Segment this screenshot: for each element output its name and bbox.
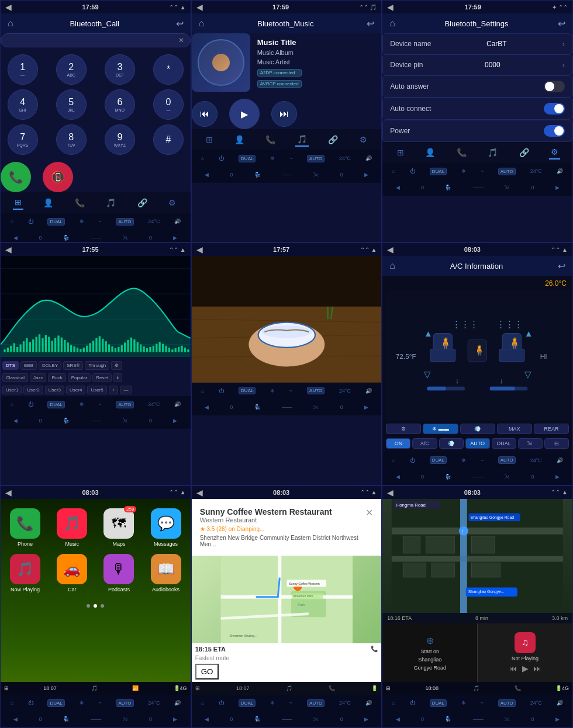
c-ar-p4[interactable]: ▶: [173, 418, 177, 424]
ac-fan-btn[interactable]: 💨: [460, 424, 495, 434]
c-ac-p4[interactable]: ~: [98, 401, 101, 407]
c-power-p6[interactable]: ⏻: [410, 457, 415, 463]
carplay-maps[interactable]: 🗺 259 Maps: [99, 508, 139, 547]
tab-grid-p1[interactable]: ⊞: [13, 196, 23, 210]
tab-call-p2[interactable]: 📞: [264, 133, 277, 146]
c-seat-p7[interactable]: 💺: [63, 716, 70, 722]
c-seat-p4[interactable]: 💺: [63, 418, 70, 424]
ac-recirc-btn[interactable]: 💨: [439, 438, 464, 449]
carplay-music-icon[interactable]: 🎵: [91, 685, 98, 691]
nav-phone-icon-p8[interactable]: 📞: [329, 685, 335, 691]
climate-home-p3[interactable]: ⌂: [392, 168, 395, 174]
climate-al-p3[interactable]: ◀: [396, 185, 400, 190]
c-home-p9[interactable]: ⌂: [392, 700, 395, 706]
key-hash[interactable]: #: [153, 124, 184, 155]
c-al-p8[interactable]: ◀: [205, 716, 209, 722]
eq-reset[interactable]: Reset: [92, 373, 112, 382]
back-arrow-p3[interactable]: ◀: [387, 2, 393, 12]
carplay-messages[interactable]: 💬 Messages: [146, 508, 185, 547]
ac-defrost-btn[interactable]: 🌬: [518, 438, 543, 449]
back-arrow-p7[interactable]: ◀: [5, 488, 12, 497]
c-vol-p8[interactable]: 🔊: [365, 700, 372, 706]
climate-arrow-right-p1[interactable]: ▶: [173, 235, 177, 241]
tab-settings-p1[interactable]: ⚙: [167, 196, 178, 209]
c-fan-p6[interactable]: ❄: [461, 457, 466, 463]
eq-info[interactable]: ℹ: [113, 373, 122, 382]
search-input[interactable]: [7, 37, 166, 44]
c-ac-p8[interactable]: ~: [289, 700, 292, 706]
climate-power-p2[interactable]: ⏻: [219, 155, 224, 161]
setting-device-pin[interactable]: Device pin 0000 ›: [382, 54, 572, 75]
climate-fan-p3[interactable]: ❄: [461, 168, 466, 174]
nav-prev-button[interactable]: ⏮: [509, 664, 517, 673]
next-button[interactable]: ⏭: [271, 101, 297, 127]
climate-fan-p2[interactable]: ❄: [270, 155, 275, 161]
nav-call-icon[interactable]: 📞: [371, 646, 378, 653]
key-2[interactable]: 2ABC: [56, 54, 87, 85]
nav-music-icon-p8[interactable]: 🎵: [286, 685, 292, 691]
home-icon-p2[interactable]: ⌂: [199, 18, 205, 29]
close-info-button[interactable]: ✕: [365, 507, 373, 518]
key-5[interactable]: 5JKL: [56, 89, 87, 120]
eq-dts[interactable]: DTS: [2, 361, 19, 370]
c-home-p7[interactable]: ⌂: [10, 700, 13, 706]
c-vol-p5[interactable]: 🔊: [365, 388, 372, 394]
c-power-p9[interactable]: ⏻: [410, 700, 415, 706]
ac-settings-btn[interactable]: ⚙: [386, 424, 421, 434]
key-7[interactable]: 7PQRS: [8, 124, 38, 155]
c-al-p7[interactable]: ◀: [13, 716, 18, 722]
c-ar-p7[interactable]: ▶: [173, 716, 177, 722]
nav-grid-icon-p9[interactable]: ⊞: [386, 685, 391, 691]
nav-music-icon-p9[interactable]: 🎵: [473, 685, 479, 691]
back-icon-p2[interactable]: ↩: [367, 18, 374, 29]
direction-recenter-icon[interactable]: ⊕: [426, 635, 434, 646]
tab-link-p1[interactable]: 🔗: [136, 196, 149, 209]
tab-link-p2[interactable]: 🔗: [326, 133, 340, 146]
climate-ac-p2[interactable]: ~: [289, 155, 292, 161]
climate-arrow-left-p1[interactable]: ◀: [13, 235, 18, 241]
tab-grid-p2[interactable]: ⊞: [204, 133, 215, 146]
eq-add[interactable]: +: [109, 386, 119, 394]
c-ar-p8[interactable]: ▶: [364, 716, 368, 722]
key-6[interactable]: 6MNO: [105, 89, 135, 120]
eq-remove[interactable]: —: [120, 386, 132, 394]
climate-seat-p2[interactable]: 💺: [254, 172, 261, 178]
eq-user2[interactable]: User2: [23, 386, 43, 394]
c-power-p5[interactable]: ⏻: [219, 388, 224, 394]
carplay-car[interactable]: 🚗 Car: [52, 554, 92, 592]
ac-on-btn[interactable]: ON: [386, 438, 410, 449]
climate-ar-p3[interactable]: ▶: [555, 185, 560, 190]
tab-music-p2[interactable]: 🎵: [295, 133, 309, 147]
c-al-p5[interactable]: ◀: [205, 404, 209, 410]
c-home-p5[interactable]: ⌂: [201, 388, 204, 394]
eq-srs[interactable]: SRS®: [63, 361, 83, 370]
tab-call-p1[interactable]: 📞: [73, 196, 87, 209]
back-arrow-p6[interactable]: ◀: [387, 245, 393, 254]
c-ac-p6[interactable]: ~: [481, 457, 484, 463]
climate-seat-p3[interactable]: 💺: [445, 185, 451, 190]
eq-dolby[interactable]: DOLBY: [39, 361, 61, 370]
c-ac-p9[interactable]: ~: [481, 700, 484, 706]
home-icon-p3[interactable]: ⌂: [389, 18, 395, 29]
climate-power-p3[interactable]: ⏻: [410, 168, 415, 174]
climate-fan-p1[interactable]: ❄: [80, 219, 84, 224]
c-seat-p6[interactable]: 💺: [445, 474, 451, 480]
dot-1[interactable]: [87, 604, 90, 608]
back-icon-p3[interactable]: ↩: [558, 18, 565, 29]
auto-connect-toggle[interactable]: [544, 103, 565, 115]
back-arrow-p4[interactable]: ◀: [5, 245, 12, 254]
c-ac-p7[interactable]: ~: [98, 700, 101, 706]
ac-rear-btn[interactable]: REAR: [534, 424, 569, 434]
c-fan-p8[interactable]: ❄: [270, 700, 275, 706]
c-seat-p9[interactable]: 💺: [445, 716, 451, 722]
c-al-p9[interactable]: ◀: [396, 716, 400, 722]
c-home-p4[interactable]: ⌂: [10, 401, 13, 407]
c-ar-p6[interactable]: ▶: [555, 474, 560, 480]
key-1[interactable]: 1—: [8, 54, 38, 85]
climate-seat-p1[interactable]: 💺: [63, 235, 70, 241]
key-9[interactable]: 9WXYZ: [105, 124, 135, 155]
carplay-podcasts[interactable]: 🎙 Podcasts: [99, 554, 139, 592]
prev-button[interactable]: ⏮: [192, 101, 218, 127]
c-seat-p8[interactable]: 💺: [254, 716, 261, 722]
setting-device-name[interactable]: Device name CarBT ›: [382, 33, 572, 54]
